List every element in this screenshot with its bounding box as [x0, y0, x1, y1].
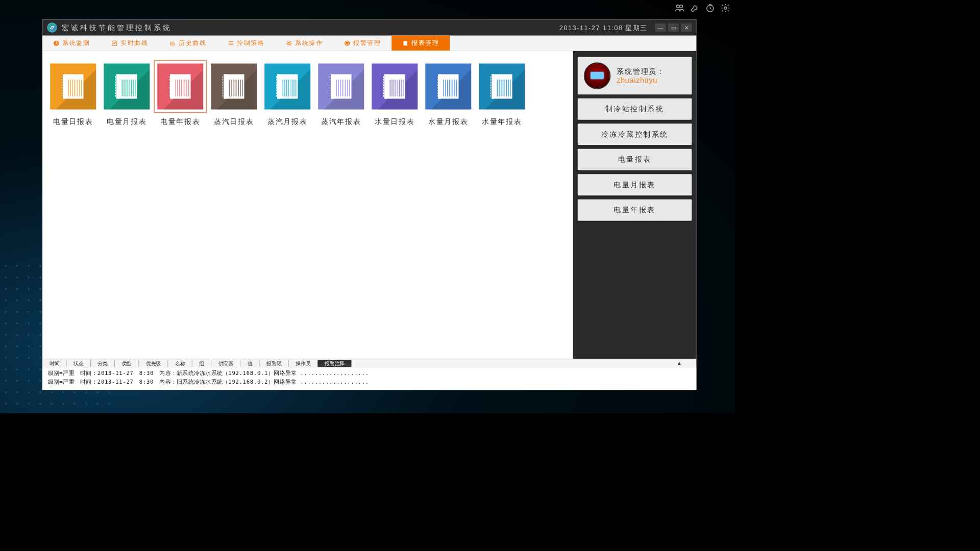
report-tile[interactable]: 蒸汽月报表 [264, 60, 310, 127]
tile-label: 蒸汽日报表 [214, 117, 254, 127]
window-controls: — ▭ ✕ [655, 23, 692, 32]
nav-icon [169, 40, 176, 46]
report-tile[interactable]: 水量年报表 [479, 60, 525, 127]
report-tile[interactable]: 蒸汽日报表 [211, 60, 257, 127]
sidebar-button[interactable]: 制冷站控制系统 [578, 98, 692, 120]
column-header[interactable]: 供应器 [211, 360, 240, 367]
nav-label: 报警管理 [353, 39, 381, 47]
column-header[interactable]: 值 [240, 360, 260, 367]
report-tile[interactable]: 电量月报表 [104, 60, 150, 127]
tile-label: 电量年报表 [160, 117, 201, 127]
sidebar-button[interactable]: 电量报表 [578, 149, 692, 170]
nav-历史曲线[interactable]: 历史曲线 [159, 36, 217, 51]
sidebar-button[interactable]: 电量年报表 [578, 199, 692, 221]
report-tile[interactable]: 电量年报表 [157, 60, 203, 127]
user-role-label: 系统管理员： [617, 67, 665, 76]
notebook-icon [224, 74, 244, 99]
report-grid: 电量日报表电量月报表电量年报表蒸汽日报表蒸汽月报表蒸汽年报表水量日报表水量月报表… [42, 51, 573, 359]
log-line: 级别=严重 时间：2013-11-27 8:30 内容：旧系统冷冻水系统（192… [48, 378, 691, 386]
svg-point-1 [680, 5, 683, 8]
tile-label: 蒸汽月报表 [267, 117, 308, 127]
alarm-panel: 时间状态分类类型优先级名称组供应器值报警限操作员报警注释▲ 级别=严重 时间：2… [42, 359, 696, 390]
column-header[interactable]: 报警注释 [318, 360, 352, 367]
users-icon[interactable] [675, 3, 685, 15]
column-header[interactable]: 状态 [67, 360, 91, 367]
tile-box [264, 64, 310, 110]
nav-label: 控制策略 [237, 39, 264, 47]
column-header[interactable]: 类型 [115, 360, 139, 367]
nav-icon [228, 40, 234, 46]
tile-box [104, 64, 150, 110]
nav-label: 实时曲线 [120, 39, 148, 47]
svg-point-8 [346, 41, 349, 44]
minimize-button[interactable]: — [655, 23, 666, 32]
notebook-icon [384, 74, 405, 99]
tile-box [157, 64, 203, 110]
nav-label: 系统操作 [295, 39, 323, 47]
column-header[interactable]: 优先级 [139, 360, 168, 367]
tile-box [479, 64, 525, 110]
column-header[interactable]: 名称 [168, 360, 192, 367]
username: zhuaizhuyu [617, 76, 665, 85]
sidebar-button[interactable]: 冷冻冷藏控制系统 [578, 123, 692, 145]
report-tile[interactable]: 水量月报表 [425, 60, 471, 127]
expand-up-icon[interactable]: ▲ [670, 360, 689, 367]
notebook-icon [492, 74, 512, 99]
nav-报警管理[interactable]: 报警管理 [333, 36, 391, 51]
datetime-display: 2013-11-27 11:08 星期三 [559, 23, 647, 32]
nav-报表管理[interactable]: 报表管理 [391, 36, 450, 51]
tile-label: 水量年报表 [482, 117, 522, 127]
maximize-button[interactable]: ▭ [668, 23, 679, 32]
title-bar: 宏诚科技节能管理控制系统 2013-11-27 11:08 星期三 — ▭ ✕ [42, 19, 696, 36]
nav-icon [111, 40, 117, 46]
report-tile[interactable]: 电量日报表 [50, 60, 96, 127]
tile-label: 水量月报表 [428, 117, 469, 127]
clock-icon[interactable] [705, 3, 716, 15]
tile-label: 水量日报表 [375, 117, 415, 127]
notebook-icon [331, 74, 352, 99]
nav-icon [344, 40, 350, 46]
nav-label: 系统监测 [62, 39, 90, 47]
nav-icon [286, 40, 292, 46]
column-header[interactable]: 组 [192, 360, 212, 367]
log-line: 级别=严重 时间：2013-11-27 8:30 内容：新系统冷冻水系统（192… [48, 369, 691, 378]
alarm-log: 级别=严重 时间：2013-11-27 8:30 内容：新系统冷冻水系统（192… [42, 368, 696, 390]
nav-控制策略[interactable]: 控制策略 [217, 36, 275, 51]
sidebar-button[interactable]: 电量月报表 [578, 174, 692, 195]
tile-box [425, 64, 471, 110]
svg-point-3 [724, 7, 727, 9]
notebook-icon [63, 74, 84, 99]
notebook-icon [277, 74, 298, 99]
column-header[interactable]: 时间 [42, 360, 66, 367]
tile-box [50, 64, 96, 110]
nav-系统操作[interactable]: 系统操作 [275, 36, 333, 51]
nav-icon [402, 40, 408, 46]
column-header[interactable]: 操作员 [289, 360, 318, 367]
user-card: 系统管理员： zhuaizhuyu [578, 57, 692, 95]
tile-label: 电量月报表 [107, 117, 147, 127]
column-header[interactable]: 报警限 [260, 360, 289, 367]
app-window: 宏诚科技节能管理控制系统 2013-11-27 11:08 星期三 — ▭ ✕ … [42, 19, 697, 391]
report-tile[interactable]: 水量日报表 [372, 60, 418, 127]
nav-实时曲线[interactable]: 实时曲线 [101, 36, 159, 51]
system-tray [675, 3, 731, 15]
report-tile[interactable]: 蒸汽年报表 [318, 60, 364, 127]
notebook-icon [438, 74, 459, 99]
close-button[interactable]: ✕ [681, 23, 692, 32]
alarm-columns: 时间状态分类类型优先级名称组供应器值报警限操作员报警注释▲ [42, 359, 696, 368]
sidebar: 系统管理员： zhuaizhuyu 制冷站控制系统冷冻冷藏控制系统电量报表电量月… [573, 51, 697, 359]
gear-icon[interactable] [721, 3, 731, 15]
svg-point-0 [676, 5, 679, 8]
tile-label: 蒸汽年报表 [321, 117, 361, 127]
app-logo-icon [47, 22, 57, 33]
tile-box [211, 64, 257, 110]
tile-label: 电量日报表 [53, 117, 93, 127]
column-header[interactable]: 分类 [91, 360, 115, 367]
tile-box [372, 64, 418, 110]
notebook-icon [170, 74, 191, 99]
tile-box [318, 64, 364, 110]
avatar [584, 62, 611, 89]
wrench-icon[interactable] [690, 3, 700, 15]
nav-系统监测[interactable]: 系统监测 [42, 36, 101, 51]
nav-icon [53, 40, 59, 46]
